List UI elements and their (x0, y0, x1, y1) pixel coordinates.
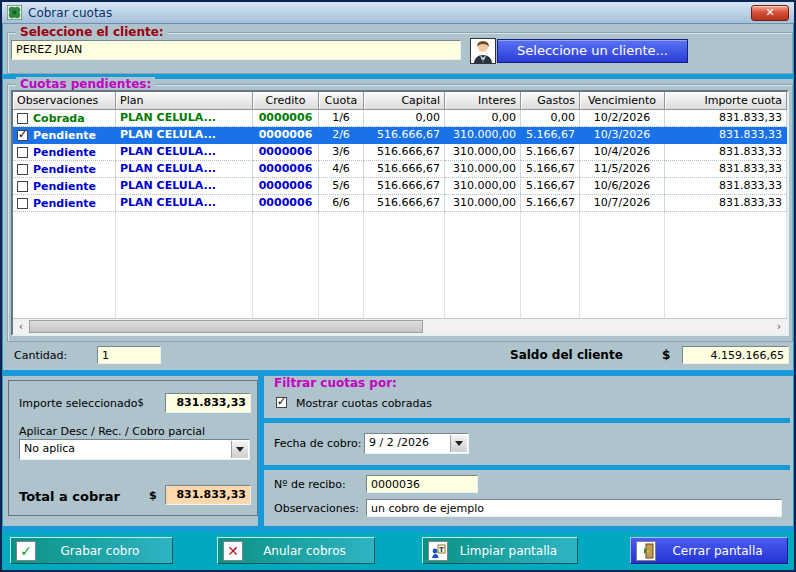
cell-importe[interactable]: 831.833,33 (665, 110, 787, 127)
cell-importe[interactable]: 831.833,33 (665, 178, 787, 195)
cell-cuota[interactable]: 4/6 (319, 161, 364, 178)
client-name-field[interactable]: PEREZ JUAN (11, 40, 461, 60)
cell-observaciones[interactable]: Pendiente (13, 161, 116, 178)
descuento-combobox[interactable]: No aplica (19, 439, 250, 460)
cell-vencimiento[interactable]: 10/6/2026 (580, 178, 665, 195)
cell-credito[interactable]: 0000006 (253, 178, 319, 195)
cell-observaciones[interactable]: Pendiente (13, 127, 116, 144)
cell-capital[interactable]: 516.666,67 (364, 161, 445, 178)
saldo-field[interactable]: 4.159.166,65 (682, 346, 789, 364)
table-row[interactable]: PendientePLAN CELULA...00000062/6516.666… (13, 127, 787, 144)
cell-capital[interactable]: 0,00 (364, 110, 445, 127)
cell-credito[interactable]: 0000006 (253, 195, 319, 212)
cell-capital[interactable]: 516.666,67 (364, 144, 445, 161)
cell-observaciones[interactable]: Pendiente (13, 178, 116, 195)
column-header-observaciones[interactable]: Observaciones (13, 92, 116, 110)
table-row[interactable]: PendientePLAN CELULA...00000063/6516.666… (13, 144, 787, 161)
select-client-button[interactable]: Seleccione un cliente... (497, 39, 688, 63)
row-checkbox[interactable] (17, 130, 28, 141)
cell-gastos[interactable]: 5.166,67 (521, 127, 580, 144)
column-header-importe-cuota[interactable]: Importe cuota (665, 92, 787, 110)
cell-gastos[interactable]: 0,00 (521, 110, 580, 127)
cell-vencimiento[interactable]: 10/4/2026 (580, 144, 665, 161)
column-header-capital[interactable]: Capital (364, 92, 445, 110)
cell-plan[interactable]: PLAN CELULA... (116, 144, 253, 161)
cell-credito[interactable]: 0000006 (253, 161, 319, 178)
cell-observaciones[interactable]: Pendiente (13, 144, 116, 161)
column-header-credito[interactable]: Credito (253, 92, 319, 110)
total-a-cobrar-field[interactable]: 831.833,33 (165, 485, 251, 505)
recibo-field[interactable]: 0000036 (366, 475, 478, 493)
cell-interes[interactable]: 0,00 (445, 110, 521, 127)
cell-gastos[interactable]: 5.166,67 (521, 144, 580, 161)
cell-vencimiento[interactable]: 11/5/2026 (580, 161, 665, 178)
scroll-right-icon[interactable]: › (771, 320, 787, 334)
fecha-cobro-picker[interactable]: 9 / 2 /2026 (364, 433, 469, 454)
cell-gastos[interactable]: 5.166,67 (521, 195, 580, 212)
cell-interes[interactable]: 310.000,00 (445, 127, 521, 144)
cell-vencimiento[interactable]: 10/2/2026 (580, 110, 665, 127)
cell-plan[interactable]: PLAN CELULA... (116, 110, 253, 127)
cell-gastos[interactable]: 5.166,67 (521, 178, 580, 195)
cross-icon: ✕ (223, 541, 243, 561)
row-checkbox[interactable] (17, 164, 28, 175)
cell-vencimiento[interactable]: 10/7/2026 (580, 195, 665, 212)
row-checkbox[interactable] (17, 147, 28, 158)
row-checkbox[interactable] (17, 198, 28, 209)
table-row[interactable]: PendientePLAN CELULA...00000066/6516.666… (13, 195, 787, 212)
cell-interes[interactable]: 310.000,00 (445, 178, 521, 195)
column-header-vencimiento[interactable]: Vencimiento (580, 92, 665, 110)
table-row[interactable]: CobradaPLAN CELULA...00000061/60,000,000… (13, 110, 787, 127)
cell-importe[interactable]: 831.833,33 (665, 161, 787, 178)
cell-interes[interactable]: 310.000,00 (445, 195, 521, 212)
cell-credito[interactable]: 0000006 (253, 110, 319, 127)
cell-importe[interactable]: 831.833,33 (665, 195, 787, 212)
cell-capital[interactable]: 516.666,67 (364, 127, 445, 144)
grabar-cobro-button[interactable]: ✓Grabar cobro (10, 537, 173, 564)
cell-cuota[interactable]: 1/6 (319, 110, 364, 127)
cell-cuota[interactable]: 5/6 (319, 178, 364, 195)
cell-plan[interactable]: PLAN CELULA... (116, 161, 253, 178)
horizontal-scrollbar[interactable]: ‹ › (13, 318, 787, 334)
anular-cobros-button[interactable]: ✕Anular cobros (217, 537, 375, 564)
cell-plan[interactable]: PLAN CELULA... (116, 127, 253, 144)
chevron-down-icon[interactable] (231, 441, 248, 458)
cuotas-group-label: Cuotas pendientes: (16, 77, 155, 91)
column-header-interes[interactable]: Interes (445, 92, 521, 110)
column-header-plan[interactable]: Plan (116, 92, 253, 110)
cerrar-pantalla-button[interactable]: Cerrar pantalla (630, 537, 788, 564)
table-row[interactable]: PendientePLAN CELULA...00000065/6516.666… (13, 178, 787, 195)
cell-credito[interactable]: 0000006 (253, 127, 319, 144)
cell-interes[interactable]: 310.000,00 (445, 161, 521, 178)
cell-capital[interactable]: 516.666,67 (364, 178, 445, 195)
cell-importe[interactable]: 831.833,33 (665, 144, 787, 161)
table-row[interactable]: PendientePLAN CELULA...00000064/6516.666… (13, 161, 787, 178)
mostrar-cobradas-checkbox[interactable] (276, 397, 287, 408)
calendar-dropdown-icon[interactable] (450, 435, 467, 452)
cell-importe[interactable]: 831.833,33 (665, 127, 787, 144)
filter-panel: Filtrar cuotas por: Mostrar cuotas cobra… (264, 376, 790, 418)
cell-interes[interactable]: 310.000,00 (445, 144, 521, 161)
column-header-gastos[interactable]: Gastos (521, 92, 580, 110)
cantidad-field[interactable]: 1 (97, 346, 161, 364)
cell-cuota[interactable]: 2/6 (319, 127, 364, 144)
column-header-cuota[interactable]: Cuota (319, 92, 364, 110)
cell-cuota[interactable]: 3/6 (319, 144, 364, 161)
scroll-left-icon[interactable]: ‹ (13, 320, 29, 334)
importe-seleccionado-field[interactable]: 831.833,33 (165, 393, 251, 413)
cell-observaciones[interactable]: Pendiente (13, 195, 116, 212)
cell-observaciones[interactable]: Cobrada (13, 110, 116, 127)
cell-capital[interactable]: 516.666,67 (364, 195, 445, 212)
row-checkbox[interactable] (17, 181, 28, 192)
close-button[interactable]: ✕ (751, 5, 789, 21)
cell-cuota[interactable]: 6/6 (319, 195, 364, 212)
cell-gastos[interactable]: 5.166,67 (521, 161, 580, 178)
limpiar-pantalla-button[interactable]: TLimpiar pantalla (422, 537, 578, 564)
cell-plan[interactable]: PLAN CELULA... (116, 195, 253, 212)
cell-plan[interactable]: PLAN CELULA... (116, 178, 253, 195)
cell-vencimiento[interactable]: 10/3/2026 (580, 127, 665, 144)
cell-credito[interactable]: 0000006 (253, 144, 319, 161)
scrollbar-thumb[interactable] (29, 320, 423, 333)
observaciones-field[interactable]: un cobro de ejemplo (366, 499, 782, 517)
row-checkbox[interactable] (17, 113, 28, 124)
